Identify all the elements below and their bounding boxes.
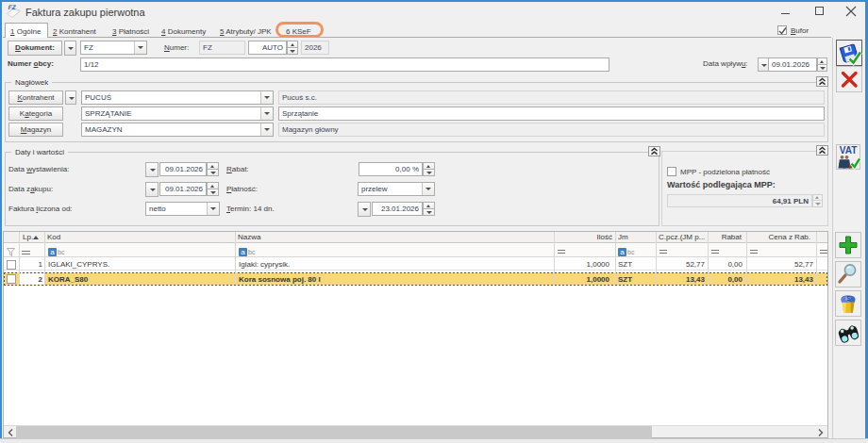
svg-text:FZ: FZ xyxy=(8,5,16,11)
svg-text:S: S xyxy=(846,295,851,302)
